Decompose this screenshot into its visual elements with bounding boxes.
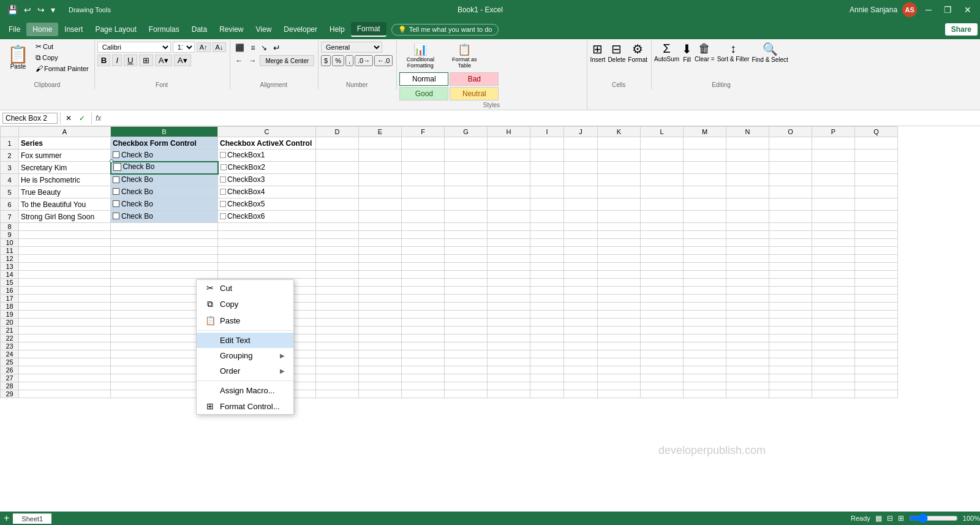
col-header-Q[interactable]: Q xyxy=(855,127,898,137)
normal-view-button[interactable]: ▦ xyxy=(875,514,882,523)
comma-button[interactable]: , xyxy=(345,55,353,66)
underline-button[interactable]: U xyxy=(124,55,137,66)
cell-C1[interactable]: Checkbox ActiveX Control xyxy=(218,137,316,149)
restore-button[interactable]: ❐ xyxy=(940,4,956,16)
currency-button[interactable]: $ xyxy=(321,55,331,66)
number-format-select[interactable]: General xyxy=(321,42,382,53)
cell-A3[interactable]: Secretary Kim xyxy=(19,162,111,174)
activex-checkbox-C6[interactable] xyxy=(220,201,226,207)
font-size-select[interactable]: 11 xyxy=(173,42,195,53)
cell-J1[interactable] xyxy=(564,137,598,149)
cell-A7[interactable]: Strong Girl Bong Soon xyxy=(19,211,111,223)
cell-C7[interactable]: CheckBox6 xyxy=(218,211,316,223)
formula-input[interactable] xyxy=(104,114,978,123)
align-left-button[interactable]: ⬛ xyxy=(233,42,247,54)
activex-checkbox-C7[interactable] xyxy=(220,213,226,219)
col-header-N[interactable]: N xyxy=(726,127,769,137)
tell-me-button[interactable]: 💡 Tell me what you want to do xyxy=(391,24,499,36)
increase-font-button[interactable]: A↑ xyxy=(197,42,211,52)
col-header-G[interactable]: G xyxy=(445,127,488,137)
cell-A4[interactable]: He is Pschometric xyxy=(19,174,111,186)
indent-increase-button[interactable]: → xyxy=(246,55,258,66)
cell-N1[interactable] xyxy=(726,137,769,149)
normal-style[interactable]: Normal xyxy=(399,72,448,86)
ctx-order[interactable]: Order ▶ xyxy=(197,363,293,379)
paste-button[interactable]: 📋 Paste xyxy=(4,45,32,71)
col-header-E[interactable]: E xyxy=(359,127,402,137)
ctx-edit-text[interactable]: Edit Text xyxy=(197,333,293,348)
cell-C3[interactable]: CheckBox2 xyxy=(218,162,316,174)
cell-K1[interactable] xyxy=(598,137,641,149)
activex-checkbox-C3[interactable] xyxy=(221,164,227,170)
cell-G1[interactable] xyxy=(445,137,488,149)
close-button[interactable]: ✕ xyxy=(960,4,975,16)
menu-file[interactable]: File xyxy=(2,23,26,36)
checkbox-B2[interactable] xyxy=(113,151,119,158)
cell-C6[interactable]: CheckBox5 xyxy=(218,198,316,211)
cell-B4[interactable]: Check Bo xyxy=(111,174,218,186)
col-header-C[interactable]: C xyxy=(218,127,316,137)
add-sheet-button[interactable]: + xyxy=(0,513,13,524)
format-button[interactable]: ⚙ Format xyxy=(628,42,647,63)
font-family-select[interactable]: Calibri xyxy=(97,42,171,53)
fill-button[interactable]: ⬇ Fill xyxy=(682,42,692,63)
percent-button[interactable]: % xyxy=(332,55,344,66)
col-header-O[interactable]: O xyxy=(769,127,812,137)
checkbox-B3[interactable] xyxy=(113,163,121,171)
cell-D1[interactable] xyxy=(316,137,359,149)
checkbox-B7[interactable] xyxy=(113,213,119,219)
activex-checkbox-C2[interactable] xyxy=(220,152,226,158)
name-box-input[interactable] xyxy=(2,113,58,124)
menu-page-layout[interactable]: Page Layout xyxy=(89,23,142,36)
menu-help[interactable]: Help xyxy=(323,23,351,36)
checkbox-B4[interactable] xyxy=(113,176,119,183)
clear-button[interactable]: 🗑 Clear = xyxy=(695,42,715,63)
menu-developer[interactable]: Developer xyxy=(277,23,323,36)
menu-format[interactable]: Format xyxy=(351,22,386,37)
cell-Q1[interactable] xyxy=(855,137,898,149)
wrap-text-button[interactable]: ↵ xyxy=(271,42,283,54)
col-header-I[interactable]: I xyxy=(530,127,564,137)
redo-button[interactable]: ↪ xyxy=(35,4,47,16)
col-header-P[interactable]: P xyxy=(812,127,855,137)
share-button[interactable]: Share xyxy=(945,23,978,36)
cell-I1[interactable] xyxy=(530,137,564,149)
copy-button[interactable]: ⧉ Copy xyxy=(34,53,91,62)
italic-button[interactable]: I xyxy=(112,55,122,66)
indent-decrease-button[interactable]: ← xyxy=(233,55,245,66)
cell-P1[interactable] xyxy=(812,137,855,149)
cell-O1[interactable] xyxy=(769,137,812,149)
cell-B1[interactable]: Checkbox Form Control xyxy=(111,137,218,149)
col-header-K[interactable]: K xyxy=(598,127,641,137)
minimize-button[interactable]: ─ xyxy=(922,4,935,16)
ctx-paste[interactable]: 📋 Paste xyxy=(197,312,293,328)
bad-style[interactable]: Bad xyxy=(450,72,499,86)
sort-filter-button[interactable]: ↕ Sort & Filter xyxy=(717,42,750,63)
qat-more-button[interactable]: ▾ xyxy=(48,4,58,16)
fill-color-button[interactable]: A▾ xyxy=(155,55,172,66)
save-button[interactable]: 💾 xyxy=(5,4,20,16)
ctx-grouping[interactable]: Grouping ▶ xyxy=(197,348,293,363)
format-as-table-button[interactable]: 📋 Format as Table xyxy=(443,42,485,70)
cell-C4[interactable]: CheckBox3 xyxy=(218,174,316,186)
align-center-button[interactable]: ≡ xyxy=(248,42,257,54)
activex-checkbox-C4[interactable] xyxy=(220,176,226,183)
cell-C5[interactable]: CheckBox4 xyxy=(218,186,316,198)
decrease-font-button[interactable]: A↓ xyxy=(213,42,227,52)
conditional-formatting-button[interactable]: 📊 Conditional Formatting xyxy=(399,42,441,70)
merge-center-button[interactable]: Merge & Center xyxy=(260,55,314,66)
activex-checkbox-C5[interactable] xyxy=(220,189,226,195)
cell-A6[interactable]: To the Beautiful You xyxy=(19,198,111,211)
increase-decimal-button[interactable]: ←.0 xyxy=(374,55,393,66)
col-header-H[interactable]: H xyxy=(488,127,530,137)
neutral-style[interactable]: Neutral xyxy=(450,87,499,100)
menu-review[interactable]: Review xyxy=(213,23,249,36)
col-header-J[interactable]: J xyxy=(564,127,598,137)
cell-A2[interactable]: Fox summer xyxy=(19,149,111,162)
cell-F1[interactable] xyxy=(402,137,445,149)
border-button[interactable]: ⊞ xyxy=(139,55,153,66)
cell-B3[interactable]: Check Bo xyxy=(111,162,218,174)
enter-button[interactable]: ✓ xyxy=(77,114,88,123)
cell-A5[interactable]: True Beauty xyxy=(19,186,111,198)
menu-view[interactable]: View xyxy=(250,23,278,36)
